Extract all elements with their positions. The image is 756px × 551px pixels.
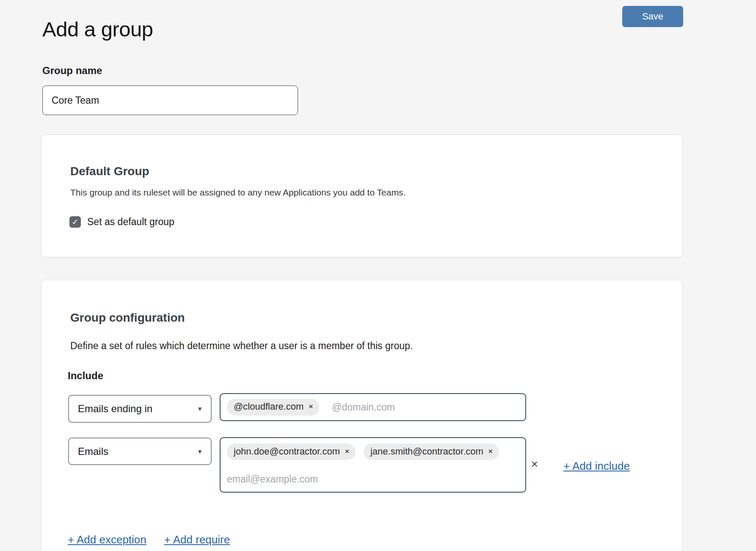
- rule-actions-row: + Add exception + Add require: [68, 533, 230, 546]
- chip-remove-icon[interactable]: ×: [309, 403, 313, 411]
- include-rule-1-type-select[interactable]: Emails ending in ▼: [68, 395, 212, 423]
- group-configuration-description: Define a set of rules which determine wh…: [70, 340, 413, 352]
- email-chip: john.doe@contractor.com ×: [227, 444, 356, 460]
- page-title: Add a group: [42, 17, 153, 41]
- add-require-link[interactable]: + Add require: [164, 533, 230, 546]
- email-domain-chip: @cloudflare.com ×: [227, 399, 319, 415]
- chevron-down-icon: ▼: [197, 448, 203, 455]
- group-configuration-title: Group configuration: [70, 311, 185, 325]
- chip-remove-icon[interactable]: ×: [488, 448, 493, 456]
- group-name-input[interactable]: [42, 85, 298, 115]
- checkmark-icon: ✓: [72, 218, 79, 226]
- default-group-card: Default Group This group and its ruleset…: [41, 135, 683, 257]
- default-group-description: This group and its ruleset will be assig…: [70, 187, 406, 198]
- chip-remove-icon[interactable]: ×: [345, 448, 349, 456]
- set-default-group-checkbox-row[interactable]: ✓ Set as default group: [69, 216, 174, 228]
- chip-label: jane.smith@contractor.com: [370, 446, 483, 457]
- set-default-group-checkbox[interactable]: ✓: [69, 216, 81, 228]
- include-rule-1-type-value: Emails ending in: [78, 403, 152, 415]
- email-chips-row: john.doe@contractor.com × jane.smith@con…: [227, 444, 499, 460]
- default-group-title: Default Group: [70, 165, 149, 178]
- group-configuration-card: Group configuration Define a set of rule…: [41, 280, 683, 551]
- include-rule-1-values-input[interactable]: @cloudflare.com × @domain.com: [220, 393, 526, 421]
- email-chip: jane.smith@contractor.com ×: [364, 444, 499, 460]
- include-section-label: Include: [68, 370, 103, 382]
- include-rule-1-placeholder: @domain.com: [332, 402, 395, 413]
- include-rule-2-placeholder: email@example.com: [227, 474, 318, 485]
- group-name-label: Group name: [42, 65, 102, 77]
- chip-label: @cloudflare.com: [234, 402, 304, 412]
- save-button[interactable]: Save: [622, 6, 683, 27]
- chevron-down-icon: ▼: [197, 405, 203, 412]
- add-include-link[interactable]: + Add include: [563, 460, 630, 473]
- include-rule-2-values-input[interactable]: john.doe@contractor.com × jane.smith@con…: [220, 437, 526, 493]
- set-default-group-checkbox-label: Set as default group: [87, 216, 174, 228]
- include-rule-2-type-value: Emails: [78, 446, 108, 457]
- add-exception-link[interactable]: + Add exception: [68, 533, 146, 546]
- include-rule-2-type-select[interactable]: Emails ▼: [68, 438, 212, 465]
- chip-label: john.doe@contractor.com: [234, 446, 340, 457]
- remove-include-rule-button[interactable]: ×: [528, 458, 541, 471]
